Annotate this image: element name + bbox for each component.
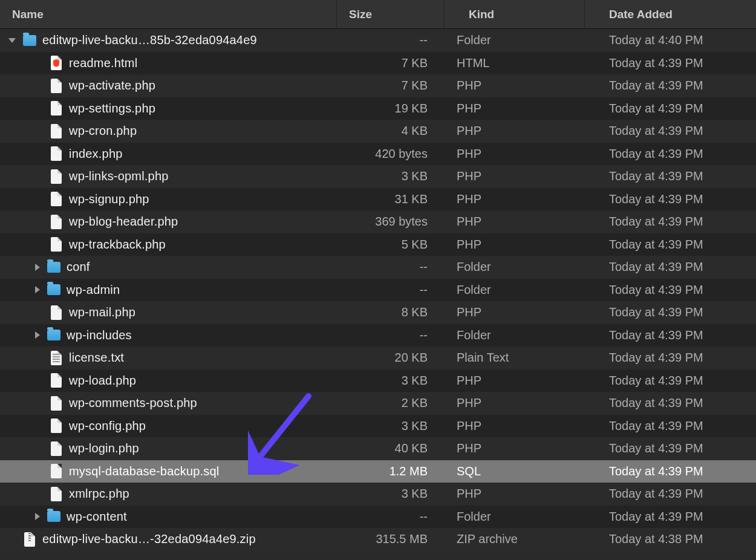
table-row[interactable]: wp-cron.php4 KBPHPToday at 4:39 PM (0, 120, 756, 143)
file-kind: PHP (445, 102, 585, 116)
table-row[interactable]: wp-settings.php19 KBPHPToday at 4:39 PM (0, 97, 756, 120)
file-size: 7 KB (337, 56, 445, 70)
file-date-added: Today at 4:39 PM (585, 147, 756, 161)
table-row[interactable]: wp-config.php3 KBPHPToday at 4:39 PM (0, 415, 756, 438)
generic-file-icon (50, 77, 63, 94)
table-row[interactable]: wp-links-opml.php3 KBPHPToday at 4:39 PM (0, 165, 756, 188)
table-row[interactable]: wp-signup.php31 KBPHPToday at 4:39 PM (0, 188, 756, 211)
table-row[interactable]: conf--FolderToday at 4:39 PM (0, 256, 756, 279)
table-row[interactable]: editwp-live-backu…85b-32eda094a4e9--Fold… (0, 29, 756, 52)
table-row[interactable]: readme.html7 KBHTMLToday at 4:39 PM (0, 52, 756, 75)
file-name: wp-login.php (69, 441, 139, 455)
file-size: -- (337, 283, 445, 297)
table-row[interactable]: wp-content--FolderToday at 4:39 PM (0, 506, 756, 529)
disclosure-spacer (35, 131, 42, 131)
disclosure-spacer (35, 108, 42, 109)
file-size: 4 KB (337, 124, 445, 138)
disclosure-triangle-icon[interactable] (35, 286, 40, 293)
column-header-row: Name Size Kind Date Added (0, 0, 756, 29)
disclosure-triangle-icon[interactable] (35, 264, 40, 271)
file-date-added: Today at 4:39 PM (585, 419, 756, 433)
generic-file-icon (50, 100, 63, 117)
file-size: 19 KB (337, 102, 445, 116)
file-kind: PHP (445, 169, 585, 183)
disclosure-spacer (35, 471, 42, 472)
disclosure-triangle-icon[interactable] (35, 513, 40, 520)
table-row[interactable]: wp-comments-post.php2 KBPHPToday at 4:39… (0, 392, 756, 415)
table-row[interactable]: index.php420 bytesPHPToday at 4:39 PM (0, 143, 756, 166)
file-size: 3 KB (337, 487, 445, 501)
file-name: editwp-live-backu…85b-32eda094a4e9 (42, 33, 257, 47)
file-name: index.php (69, 147, 123, 161)
disclosure-spacer (35, 176, 42, 177)
generic-file-icon (50, 463, 63, 480)
file-date-added: Today at 4:39 PM (585, 124, 756, 138)
file-size: 3 KB (337, 419, 445, 433)
disclosure-spacer (35, 312, 42, 313)
generic-file-icon (50, 168, 63, 185)
file-date-added: Today at 4:39 PM (585, 102, 756, 116)
file-date-added: Today at 4:39 PM (585, 374, 756, 388)
file-date-added: Today at 4:39 PM (585, 192, 756, 206)
file-kind: ZIP archive (445, 532, 585, 546)
column-header-date-added[interactable]: Date Added (585, 0, 756, 28)
file-size: 40 KB (337, 441, 445, 455)
file-size: 31 KB (337, 192, 445, 206)
table-row[interactable]: wp-admin--FolderToday at 4:39 PM (0, 279, 756, 302)
disclosure-spacer (35, 244, 42, 245)
table-row[interactable]: wp-trackback.php5 KBPHPToday at 4:39 PM (0, 233, 756, 256)
table-row[interactable]: wp-mail.php8 KBPHPToday at 4:39 PM (0, 301, 756, 324)
file-date-added: Today at 4:39 PM (585, 441, 756, 455)
file-date-added: Today at 4:39 PM (585, 510, 756, 524)
table-row[interactable]: license.txt20 KBPlain TextToday at 4:39 … (0, 347, 756, 370)
folder-icon (47, 281, 60, 298)
file-size: 369 bytes (337, 215, 445, 229)
table-row[interactable]: wp-activate.php7 KBPHPToday at 4:39 PM (0, 74, 756, 97)
generic-file-icon (50, 145, 63, 162)
disclosure-triangle-icon[interactable] (35, 331, 40, 339)
disclosure-spacer (35, 357, 42, 358)
column-header-name[interactable]: Name (0, 0, 337, 28)
file-kind: PHP (445, 419, 585, 433)
generic-file-icon (50, 236, 63, 253)
file-date-added: Today at 4:39 PM (585, 215, 756, 229)
table-row[interactable]: wp-includes--FolderToday at 4:39 PM (0, 324, 756, 347)
file-name: wp-cron.php (69, 124, 137, 138)
table-row[interactable]: wp-login.php40 KBPHPToday at 4:39 PM (0, 437, 756, 460)
table-row[interactable]: mysql-database-backup.sql1.2 MBSQLToday … (0, 460, 756, 483)
column-header-kind[interactable]: Kind (445, 0, 585, 28)
file-size: 1.2 MB (337, 464, 445, 478)
file-name: wp-comments-post.php (69, 396, 197, 410)
file-date-added: Today at 4:39 PM (585, 260, 756, 274)
file-name: mysql-database-backup.sql (69, 464, 219, 478)
file-size: 3 KB (337, 374, 445, 388)
file-kind: PHP (445, 192, 585, 206)
file-size: 3 KB (337, 169, 445, 183)
column-header-size[interactable]: Size (337, 0, 445, 28)
file-date-added: Today at 4:39 PM (585, 305, 756, 319)
table-row[interactable]: wp-load.php3 KBPHPToday at 4:39 PM (0, 370, 756, 392)
table-row[interactable]: xmlrpc.php3 KBPHPToday at 4:39 PM (0, 483, 756, 506)
file-size: -- (337, 33, 445, 47)
file-size: 5 KB (337, 238, 445, 252)
file-kind: Folder (445, 283, 585, 297)
file-name: wp-includes (67, 328, 132, 342)
file-size: 2 KB (337, 396, 445, 410)
table-row[interactable]: editwp-live-backu…-32eda094a4e9.zip315.5… (0, 528, 756, 551)
file-kind: SQL (445, 464, 585, 478)
html-file-icon (50, 54, 63, 71)
file-name: wp-blog-header.php (69, 215, 178, 229)
zip-file-icon (23, 531, 36, 548)
file-size: 315.5 MB (337, 532, 445, 546)
file-kind: PHP (445, 441, 585, 455)
file-date-added: Today at 4:39 PM (585, 56, 756, 70)
file-date-added: Today at 4:39 PM (585, 169, 756, 183)
file-date-added: Today at 4:39 PM (585, 464, 756, 478)
file-kind: PHP (445, 124, 585, 138)
table-row[interactable]: wp-blog-header.php369 bytesPHPToday at 4… (0, 210, 756, 233)
generic-file-icon (50, 123, 63, 140)
file-name: wp-content (67, 510, 127, 524)
disclosure-triangle-icon[interactable] (8, 38, 16, 43)
generic-file-icon (50, 486, 63, 503)
disclosure-spacer (35, 403, 42, 403)
